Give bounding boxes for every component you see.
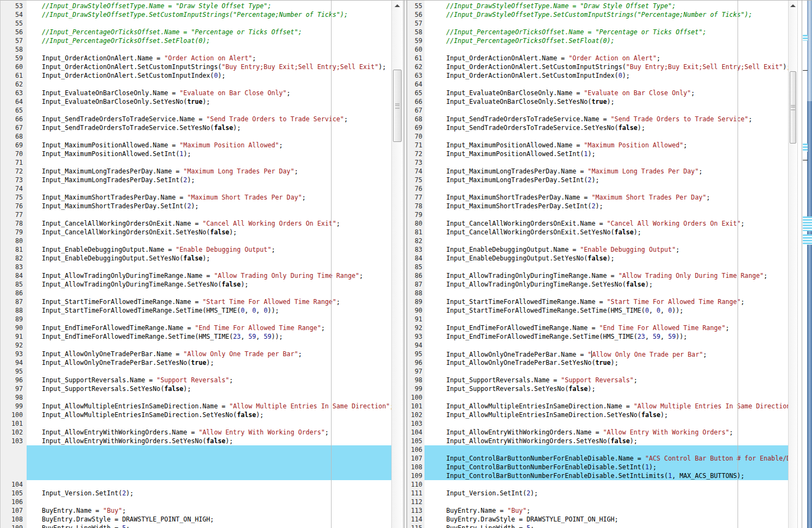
diff-map-mark[interactable] [803, 234, 812, 245]
code-line[interactable]: Input_CancelAllWorkingOrdersOnExit.SetYe… [424, 228, 788, 237]
code-line[interactable]: Input_MaximumLongTradesPerDay.Name = "Ma… [424, 167, 788, 176]
code-line[interactable]: Input_OrderActionOnAlert.Name = "Order A… [27, 54, 391, 63]
code-line[interactable]: Input_EnableDebuggingOutput.Name = "Enab… [27, 245, 391, 254]
diff-highlighted-code-line[interactable]: Input_ControlBarButtonNumberForEnableDis… [424, 454, 788, 463]
code-line[interactable]: Input_StartTimeForAllowedTimeRange.SetTi… [27, 306, 391, 315]
diff-highlighted-code-line[interactable] [27, 445, 391, 454]
left-code-editor-area[interactable]: //Input_DrawStyleOffsetType.Name = "Draw… [27, 1, 391, 528]
code-line[interactable]: Input_SendTradeOrdersToTradeService.SetY… [27, 123, 391, 132]
scroll-up-arrow-icon[interactable] [395, 4, 400, 7]
code-line[interactable] [27, 263, 391, 271]
code-line[interactable]: Input_AllowOnlyOneTradePerBar.SetYesNo(t… [27, 358, 391, 367]
code-line[interactable]: Input_AllowMultipleEntriesInSameDirectio… [424, 411, 788, 419]
code-line[interactable] [27, 498, 391, 506]
code-line[interactable]: Input_CancelAllWorkingOrdersOnExit.Name … [27, 219, 391, 228]
code-line[interactable] [27, 19, 391, 28]
code-line[interactable] [424, 80, 788, 89]
diff-location-overview-column[interactable] [802, 1, 812, 528]
code-line[interactable]: Input_OrderActionOnAlert.SetCustomInputS… [27, 63, 391, 71]
code-line[interactable]: BuyEntry.Name = "Buy"; [424, 506, 788, 515]
code-line[interactable] [424, 210, 788, 219]
code-line[interactable]: Input_AllowEntryWithWorkingOrders.Name =… [424, 428, 788, 437]
code-line[interactable] [27, 132, 391, 141]
diff-map-mark[interactable] [803, 144, 808, 152]
code-line[interactable]: Input_SupportReversals.SetYesNo(false); [27, 384, 391, 393]
code-line[interactable] [27, 45, 391, 54]
code-line[interactable]: Input_EndTimeForAllowedTimeRange.Name = … [27, 324, 391, 332]
code-line[interactable]: Input_MaximumPositionAllowed.SetInt(1); [424, 150, 788, 158]
code-line[interactable]: Input_AllowMultipleEntriesInSameDirectio… [424, 402, 788, 411]
code-line[interactable] [424, 263, 788, 271]
code-line[interactable]: //Input_PercentageOrTicksOffset.Name = "… [27, 28, 391, 36]
code-line[interactable]: Input_MaximumLongTradesPerDay.Name = "Ma… [27, 167, 391, 176]
code-line[interactable]: Input_MaximumShortTradesPerDay.SetInt(2)… [27, 202, 391, 210]
code-line[interactable]: Input_EnableDebuggingOutput.SetYesNo(fal… [424, 254, 788, 263]
code-line[interactable]: Input_AllowMultipleEntriesInSameDirectio… [27, 411, 391, 419]
code-line[interactable] [27, 158, 391, 167]
left-scrollbar-thumb[interactable] [393, 70, 402, 142]
code-line[interactable]: BuyEntry.LineWidth = 5; [424, 524, 788, 528]
code-line[interactable]: //Input_DrawStyleOffsetType.Name = "Draw… [27, 2, 391, 10]
code-line[interactable]: //Input_PercentageOrTicksOffset.SetFloat… [424, 36, 788, 45]
code-line[interactable] [424, 45, 788, 54]
code-line[interactable]: Input_SendTradeOrdersToTradeService.SetY… [424, 123, 788, 132]
right-pane-scrollbar[interactable] [788, 1, 798, 528]
diff-map-mark[interactable] [803, 35, 808, 41]
code-line[interactable]: BuyEntry.DrawStyle = DRAWSTYLE_POINT_ON_… [27, 515, 391, 524]
code-line[interactable] [424, 237, 788, 245]
code-line[interactable]: Input_MaximumShortTradesPerDay.Name = "M… [424, 193, 788, 202]
code-line[interactable]: Input_MaximumShortTradesPerDay.SetInt(2)… [424, 202, 788, 210]
code-line[interactable]: Input_MaximumLongTradesPerDay.SetInt(2); [424, 176, 788, 184]
left-pane-scrollbar[interactable] [391, 1, 403, 528]
code-line[interactable]: Input_OrderActionOnAlert.SetCustomInputS… [424, 63, 788, 71]
code-line[interactable] [424, 158, 788, 167]
code-line[interactable]: //Input_PercentageOrTicksOffset.SetFloat… [27, 36, 391, 45]
code-line[interactable]: Input_SupportReversals.Name = "Support R… [424, 376, 788, 384]
diff-map-mark[interactable] [803, 216, 812, 231]
code-line[interactable]: Input_AllowOnlyOneTradePerBar.Name = "Al… [424, 350, 788, 358]
code-line[interactable]: //Input_PercentageOrTicksOffset.Name = "… [424, 28, 788, 36]
code-line[interactable]: //Input_DrawStyleOffsetType.SetCustomInp… [27, 10, 391, 19]
code-line[interactable]: Input_Version.SetInt(2); [27, 489, 391, 498]
code-line[interactable]: Input_EvaluateOnBarCloseOnly.SetYesNo(tr… [424, 97, 788, 106]
code-line[interactable]: Input_EvaluateOnBarCloseOnly.Name = "Eva… [424, 89, 788, 97]
code-line[interactable] [424, 419, 788, 428]
code-line[interactable] [27, 419, 391, 428]
diff-highlighted-code-line[interactable] [27, 454, 391, 463]
code-line[interactable] [424, 480, 788, 489]
code-line[interactable]: Input_SendTradeOrdersToTradeService.Name… [424, 115, 788, 123]
code-line[interactable] [424, 341, 788, 350]
code-line[interactable]: Input_AllowTradingOnlyDuringTimeRange.Na… [27, 271, 391, 280]
code-line[interactable] [27, 106, 391, 115]
code-line[interactable]: Input_Version.SetInt(2); [424, 489, 788, 498]
code-line[interactable]: //Input_DrawStyleOffsetType.SetCustomInp… [424, 10, 788, 19]
diff-highlighted-code-line[interactable]: Input_ControlBarButtonNumberForEnableDis… [424, 463, 788, 471]
code-line[interactable]: Input_EnableDebuggingOutput.Name = "Enab… [424, 245, 788, 254]
code-line[interactable]: BuyEntry.LineWidth = 5; [27, 524, 391, 528]
code-line[interactable]: Input_AllowTradingOnlyDuringTimeRange.Na… [424, 271, 788, 280]
code-line[interactable]: Input_AllowMultipleEntriesInSameDirectio… [27, 402, 391, 411]
code-line[interactable] [424, 289, 788, 297]
code-line[interactable]: Input_CancelAllWorkingOrdersOnExit.SetYe… [27, 228, 391, 237]
code-line[interactable] [424, 184, 788, 193]
code-line[interactable]: Input_AllowOnlyOneTradePerBar.SetYesNo(t… [424, 358, 788, 367]
code-line[interactable]: Input_EvaluateOnBarCloseOnly.SetYesNo(tr… [27, 97, 391, 106]
code-line[interactable]: Input_MaximumPositionAllowed.Name = "Max… [27, 141, 391, 150]
right-code-editor-area[interactable]: //Input_DrawStyleOffsetType.Name = "Draw… [424, 1, 788, 528]
code-line[interactable]: Input_AllowEntryWithWorkingOrders.SetYes… [27, 437, 391, 445]
code-line[interactable] [424, 106, 788, 115]
code-line[interactable]: Input_StartTimeForAllowedTimeRange.Name … [424, 297, 788, 306]
scroll-up-arrow-icon[interactable] [790, 4, 796, 7]
code-line[interactable] [424, 498, 788, 506]
code-line[interactable] [27, 393, 391, 402]
diff-highlighted-code-line[interactable] [27, 471, 391, 480]
code-line[interactable]: Input_MaximumPositionAllowed.SetInt(1); [27, 150, 391, 158]
code-line[interactable]: Input_StartTimeForAllowedTimeRange.SetTi… [424, 306, 788, 315]
code-line[interactable] [424, 393, 788, 402]
diff-highlighted-code-line[interactable] [27, 463, 391, 471]
code-line[interactable]: Input_OrderActionOnAlert.SetCustomInputI… [424, 71, 788, 80]
code-line[interactable] [27, 184, 391, 193]
code-line[interactable]: Input_OrderActionOnAlert.SetCustomInputI… [27, 71, 391, 80]
code-line[interactable]: Input_StartTimeForAllowedTimeRange.Name … [27, 297, 391, 306]
code-line[interactable]: Input_SupportReversals.SetYesNo(false); [424, 384, 788, 393]
